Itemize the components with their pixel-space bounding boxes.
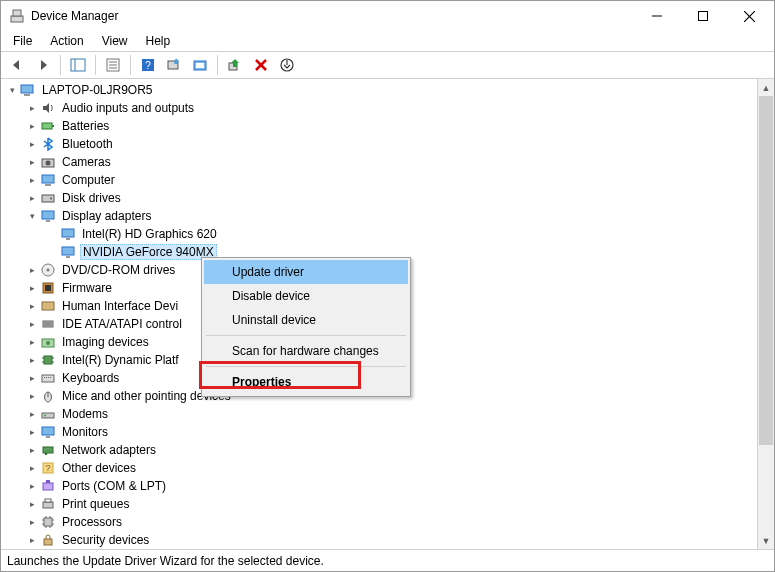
bluetooth-icon	[40, 136, 56, 152]
svg-text:?: ?	[145, 60, 151, 71]
svg-rect-71	[44, 518, 52, 526]
svg-rect-52	[42, 375, 54, 382]
close-button[interactable]	[726, 1, 772, 31]
main-area: ▾ LAPTOP-0LJR9OR5 ▸Audio inputs and outp…	[1, 79, 774, 549]
expand-arrow-icon[interactable]: ▸	[25, 389, 39, 403]
svg-rect-47	[44, 356, 52, 364]
device-tree-container[interactable]: ▾ LAPTOP-0LJR9OR5 ▸Audio inputs and outp…	[1, 79, 757, 549]
svg-rect-69	[43, 502, 53, 508]
svg-point-60	[44, 415, 46, 417]
expand-arrow-icon[interactable]: ▸	[25, 461, 39, 475]
scrollbar-thumb[interactable]	[759, 96, 773, 445]
context-menu: Update driver Disable device Uninstall d…	[201, 257, 411, 397]
maximize-button[interactable]	[680, 1, 726, 31]
context-menu-disable-device[interactable]: Disable device	[204, 284, 408, 308]
tree-node-modems[interactable]: ▸Modems	[25, 405, 757, 423]
tree-node-cameras[interactable]: ▸Cameras	[25, 153, 757, 171]
tree-node-processors[interactable]: ▸Processors	[25, 513, 757, 531]
camera-icon	[40, 154, 56, 170]
menu-view[interactable]: View	[94, 32, 136, 50]
tree-node-disk[interactable]: ▸Disk drives	[25, 189, 757, 207]
context-menu-uninstall-device[interactable]: Uninstall device	[204, 308, 408, 332]
scroll-down-button[interactable]: ▼	[758, 532, 774, 549]
disable-device-button[interactable]	[275, 54, 299, 76]
display-adapter-icon	[60, 226, 76, 242]
expand-arrow-icon[interactable]: ▸	[25, 407, 39, 421]
expand-arrow-icon[interactable]: ▸	[25, 371, 39, 385]
menu-action[interactable]: Action	[42, 32, 91, 50]
uninstall-device-button[interactable]	[249, 54, 273, 76]
collapse-arrow-icon[interactable]: ▾	[25, 209, 39, 223]
context-menu-properties[interactable]: Properties	[204, 370, 408, 394]
scrollbar-track[interactable]	[758, 96, 774, 532]
expand-arrow-icon[interactable]: ▸	[25, 479, 39, 493]
tree-node-network[interactable]: ▸Network adapters	[25, 441, 757, 459]
tree-node-display-intel[interactable]: ▸Intel(R) HD Graphics 620	[45, 225, 757, 243]
tree-node-batteries[interactable]: ▸Batteries	[25, 117, 757, 135]
scan-hardware-button[interactable]	[162, 54, 186, 76]
tree-node-ports[interactable]: ▸Ports (COM & LPT)	[25, 477, 757, 495]
svg-rect-61	[42, 427, 54, 435]
expand-arrow-icon[interactable]: ▸	[25, 263, 39, 277]
expand-arrow-icon[interactable]: ▸	[25, 353, 39, 367]
expand-arrow-icon[interactable]: ▸	[25, 155, 39, 169]
tree-node-label: IDE ATA/ATAPI control	[60, 317, 184, 331]
expand-arrow-icon[interactable]: ▸	[25, 191, 39, 205]
expand-arrow-icon[interactable]: ▸	[25, 137, 39, 151]
minimize-button[interactable]	[634, 1, 680, 31]
tree-node-label: Other devices	[60, 461, 138, 475]
expand-arrow-icon[interactable]: ▸	[25, 101, 39, 115]
tree-node-display[interactable]: ▾Display adapters	[25, 207, 757, 225]
expand-arrow-icon[interactable]: ▸	[25, 335, 39, 349]
expand-arrow-icon[interactable]: ▸	[25, 173, 39, 187]
tree-node-monitors[interactable]: ▸Monitors	[25, 423, 757, 441]
context-menu-scan-hardware[interactable]: Scan for hardware changes	[204, 339, 408, 363]
expand-arrow-icon[interactable]: ▸	[25, 515, 39, 529]
back-button[interactable]	[5, 54, 29, 76]
scroll-up-button[interactable]: ▲	[758, 79, 774, 96]
tree-node-audio[interactable]: ▸Audio inputs and outputs	[25, 99, 757, 117]
tree-node-label: Print queues	[60, 497, 131, 511]
properties-button[interactable]	[101, 54, 125, 76]
statusbar-text: Launches the Update Driver Wizard for th…	[7, 554, 324, 568]
expand-arrow-icon[interactable]: ▸	[25, 443, 39, 457]
svg-rect-27	[42, 175, 54, 183]
tree-node-bluetooth[interactable]: ▸Bluetooth	[25, 135, 757, 153]
svg-rect-36	[66, 256, 70, 258]
expand-arrow-icon[interactable]: ▸	[25, 281, 39, 295]
processor-icon	[40, 514, 56, 530]
computer-icon	[20, 82, 36, 98]
svg-rect-29	[42, 195, 54, 202]
toolbar-separator	[95, 55, 96, 75]
expand-arrow-icon[interactable]: ▸	[25, 119, 39, 133]
expand-arrow-icon[interactable]: ▸	[25, 299, 39, 313]
tree-node-security[interactable]: ▸Security devices	[25, 531, 757, 549]
vertical-scrollbar[interactable]: ▲ ▼	[757, 79, 774, 549]
help-button[interactable]: ?	[136, 54, 160, 76]
expand-arrow-icon[interactable]: ▸	[25, 497, 39, 511]
tree-node-label: Processors	[60, 515, 124, 529]
context-menu-update-driver[interactable]: Update driver	[204, 260, 408, 284]
svg-rect-6	[71, 59, 85, 71]
toolbar: ?	[1, 51, 774, 79]
firmware-icon	[40, 280, 56, 296]
expand-arrow-icon[interactable]: ▸	[25, 317, 39, 331]
mouse-icon	[40, 388, 56, 404]
tree-root-node[interactable]: ▾ LAPTOP-0LJR9OR5	[5, 81, 757, 99]
tree-node-other[interactable]: ▸?Other devices	[25, 459, 757, 477]
menu-help[interactable]: Help	[138, 32, 179, 50]
collapse-arrow-icon[interactable]: ▾	[5, 83, 19, 97]
show-hide-tree-button[interactable]	[66, 54, 90, 76]
tree-node-label: Imaging devices	[60, 335, 151, 349]
display-adapter-icon	[60, 244, 76, 260]
menu-file[interactable]: File	[5, 32, 40, 50]
update-driver-button[interactable]	[188, 54, 212, 76]
tree-node-print-queues[interactable]: ▸Print queues	[25, 495, 757, 513]
expand-arrow-icon[interactable]: ▸	[25, 425, 39, 439]
other-devices-icon: ?	[40, 460, 56, 476]
tree-node-computer[interactable]: ▸Computer	[25, 171, 757, 189]
forward-button[interactable]	[31, 54, 55, 76]
enable-device-button[interactable]	[223, 54, 247, 76]
expand-arrow-icon[interactable]: ▸	[25, 533, 39, 547]
tree-node-label: Modems	[60, 407, 110, 421]
